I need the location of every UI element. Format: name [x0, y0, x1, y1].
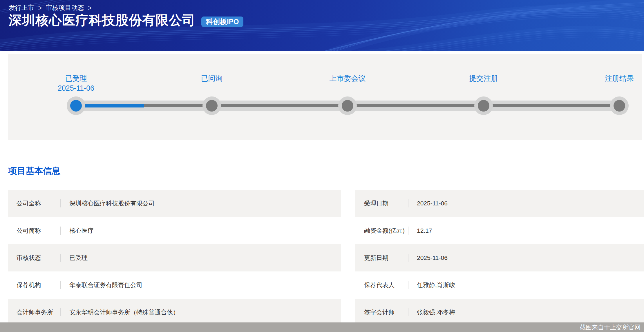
review-timeline-panel: 已受理 2025-11-06 已问询 上市委会议 提交注册 注册结果 [8, 54, 642, 140]
row-label: 更新日期 [355, 254, 408, 262]
board-badge: 科创板IPO [201, 17, 243, 27]
row-value: 安永华明会计师事务所（特殊普通合伙） [61, 308, 179, 316]
timeline-stage-label-inquired: 已问询 [165, 74, 258, 83]
table-row-accounting-firm: 会计师事务所 安永华明会计师事务所（特殊普通合伙） [8, 299, 341, 326]
row-value: 华泰联合证券有限责任公司 [61, 281, 142, 289]
timeline-stage-label-registered: 注册结果 [573, 74, 644, 83]
timeline-stage-label-submitted: 提交注册 [437, 74, 530, 83]
table-row-update-date: 更新日期 2025-11-06 [355, 244, 644, 271]
row-value: 2025-11-06 [408, 254, 448, 261]
section-title-basic-info: 项目基本信息 [8, 165, 60, 177]
breadcrumb-item-listing[interactable]: 发行上市 [9, 3, 34, 12]
timeline-dot-registered [610, 96, 629, 115]
timeline-progress-bar [76, 104, 144, 107]
table-row-financing-amount: 融资金额(亿元) 12.17 [355, 217, 644, 244]
breadcrumb-item-review-dynamics[interactable]: 审核项目动态 [46, 3, 84, 12]
table-row-signing-accountants: 签字会计师 张毅强,邓冬梅 [355, 299, 644, 326]
breadcrumb-separator-icon: > [38, 4, 42, 12]
row-value: 深圳核心医疗科技股份有限公司 [61, 199, 155, 207]
row-value: 核心医疗 [61, 227, 94, 235]
row-value: 2025-11-06 [408, 200, 448, 207]
timeline-dot-accepted [67, 96, 85, 115]
table-row-sponsor-representatives: 保荐代表人 任雅静,肖斯峻 [355, 271, 644, 299]
table-row-company-full-name: 公司全称 深圳核心医疗科技股份有限公司 [8, 190, 341, 217]
timeline-stage-label-committee: 上市委会议 [301, 74, 394, 83]
row-label: 审核状态 [8, 254, 60, 262]
table-row-acceptance-date: 受理日期 2025-11-06 [355, 190, 644, 217]
row-value: 12.17 [408, 227, 432, 234]
timeline-dot-submitted [474, 96, 493, 115]
row-label: 公司全称 [8, 199, 60, 207]
page-header: 发行上市 > 审核项目动态 > 深圳核心医疗科技股份有限公司 科创板IPO [0, 0, 644, 51]
timeline-stage-date-accepted: 2025-11-06 [30, 84, 122, 92]
row-value: 张毅强,邓冬梅 [408, 308, 455, 316]
page-title: 深圳核心医疗科技股份有限公司 [9, 13, 196, 28]
timeline-stage-label-accepted: 已受理 [30, 74, 122, 83]
table-row-sponsor: 保荐机构 华泰联合证券有限责任公司 [8, 271, 341, 299]
row-label: 融资金额(亿元) [355, 227, 408, 235]
breadcrumb: 发行上市 > 审核项目动态 > [9, 3, 91, 12]
row-label: 会计师事务所 [8, 308, 60, 316]
row-label: 保荐机构 [8, 281, 60, 289]
table-row-review-status: 审核状态 已受理 [8, 244, 341, 271]
row-label: 公司简称 [8, 227, 60, 235]
table-row-company-short-name: 公司简称 核心医疗 [8, 217, 341, 244]
row-label: 受理日期 [355, 199, 408, 207]
page: 发行上市 > 审核项目动态 > 深圳核心医疗科技股份有限公司 科创板IPO 已受… [0, 0, 644, 332]
row-value: 任雅静,肖斯峻 [408, 281, 455, 289]
title-row: 深圳核心医疗科技股份有限公司 科创板IPO [9, 13, 243, 28]
info-table-left-column: 公司全称 深圳核心医疗科技股份有限公司 公司简称 核心医疗 审核状态 已受理 保… [8, 190, 341, 326]
timeline-dot-inquired [202, 96, 221, 115]
row-label: 保荐代表人 [355, 281, 408, 289]
timeline-dot-committee [338, 96, 357, 115]
row-label: 签字会计师 [355, 308, 408, 316]
info-table-right-column: 受理日期 2025-11-06 融资金额(亿元) 12.17 更新日期 2025… [355, 190, 644, 326]
breadcrumb-separator-icon: > [88, 4, 92, 12]
watermark-text: 截图来自于上交所官网 [580, 323, 641, 331]
footer-watermark-bar: 截图来自于上交所官网 [0, 322, 644, 332]
row-value: 已受理 [61, 254, 88, 262]
